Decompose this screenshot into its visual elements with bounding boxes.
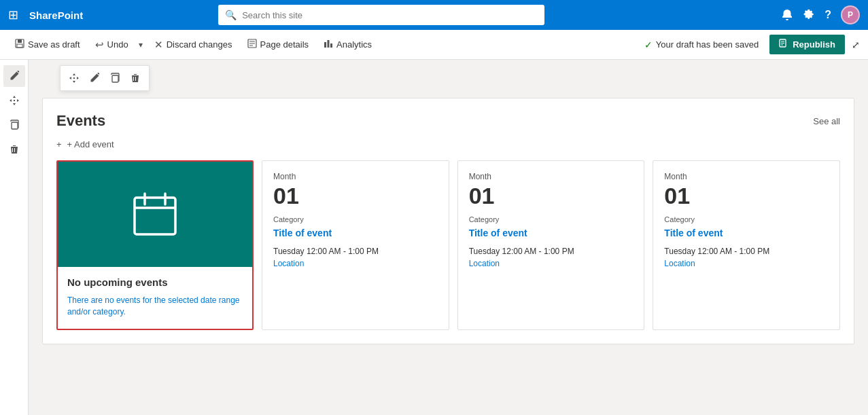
sample-event-card-3[interactable]: Month 01 Category Title of event Tuesday… [653,160,840,330]
event-time-3: Tuesday 12:00 AM - 1:00 PM [664,247,829,256]
sidebar-edit-icon[interactable] [3,65,25,87]
event-month-3: Month [664,172,829,181]
svg-rect-14 [12,122,18,129]
event-day-3: 01 [664,184,829,207]
nav-right-actions: ? P [781,5,860,24]
event-time-2: Tuesday 12:00 AM - 1:00 PM [469,247,633,256]
svg-rect-1 [18,39,22,43]
no-events-card[interactable]: No upcoming events There are no events f… [56,160,254,330]
republish-icon [779,39,788,50]
svg-rect-8 [328,40,330,48]
float-delete-button[interactable] [126,69,145,88]
add-event-button[interactable]: + + Add event [56,139,840,149]
events-header: Events See all [56,112,840,130]
settings-icon [803,9,815,21]
calendar-icon [131,191,179,238]
edit-toolbar: Save as draft ↩ Undo ▾ ✕ Discard changes… [0,30,868,60]
event-location-3: Location [664,259,829,268]
event-month-1: Month [273,172,438,181]
sidebar-delete-icon[interactable] [3,139,25,160]
float-edit-button[interactable] [85,69,104,88]
no-events-desc: There are no events for the selected dat… [67,295,243,318]
sample-event-card-1[interactable]: Month 01 Category Title of event Tuesday… [262,160,449,330]
site-brand: SharePoint [29,10,83,21]
page-details-icon [247,39,257,50]
settings-button[interactable] [803,9,815,21]
event-location-2: Location [469,259,633,268]
avatar[interactable]: P [841,5,860,24]
float-move-button[interactable] [65,69,84,88]
event-card-teal-bg [58,162,252,267]
svg-rect-7 [324,42,326,48]
undo-dropdown-button[interactable]: ▾ [135,37,146,53]
float-copy-button[interactable] [105,69,124,88]
expand-button[interactable]: ⤢ [852,39,860,50]
left-sidebar [0,60,29,415]
no-events-card-body: No upcoming events There are no events f… [58,267,252,329]
see-all-link[interactable]: See all [813,116,840,126]
event-category-3: Category [664,215,829,223]
discard-icon: ✕ [154,39,163,51]
search-icon: 🔍 [225,10,237,20]
event-title-1: Title of event [273,228,438,238]
undo-icon: ↩ [95,39,104,51]
notification-icon [781,9,793,21]
analytics-icon [324,39,333,50]
no-events-title: No upcoming events [67,276,243,288]
svg-rect-16 [135,198,175,234]
event-category-2: Category [469,215,633,223]
content-area: Events See all + + Add event [29,60,868,415]
notification-button[interactable] [781,9,793,21]
svg-rect-2 [17,44,22,48]
events-grid: No upcoming events There are no events f… [56,160,840,330]
float-toolbar [60,65,150,91]
republish-button[interactable]: Republish [769,35,845,54]
svg-rect-15 [112,75,118,82]
event-time-1: Tuesday 12:00 AM - 1:00 PM [273,247,438,256]
sidebar-move-icon[interactable] [3,90,25,111]
sidebar-copy-icon[interactable] [3,114,25,136]
page-details-button[interactable]: Page details [241,35,316,54]
help-button[interactable]: ? [824,9,831,21]
events-title: Events [56,112,105,130]
event-day-2: 01 [469,184,633,207]
top-navigation: ⊞ SharePoint 🔍 ? P [0,0,868,30]
events-section: Events See all + + Add event [42,98,854,344]
analytics-button[interactable]: Analytics [317,35,379,54]
save-as-draft-button[interactable]: Save as draft [8,35,87,54]
main-container: Events See all + + Add event [0,60,868,415]
checkmark-icon: ✓ [644,39,653,50]
waffle-menu-button[interactable]: ⊞ [8,7,18,22]
event-location-1: Location [273,259,438,268]
undo-button[interactable]: ↩ Undo [88,35,135,54]
event-day-1: 01 [273,184,438,207]
event-title-3: Title of event [664,228,829,238]
save-icon [15,39,24,50]
draft-saved-status: ✓ Your draft has been saved [644,39,759,50]
sample-event-card-2[interactable]: Month 01 Category Title of event Tuesday… [457,160,645,330]
discard-changes-button[interactable]: ✕ Discard changes [147,35,239,54]
event-category-1: Category [273,215,438,223]
event-month-2: Month [469,172,633,181]
search-bar: 🔍 [218,5,544,25]
add-event-icon: + [56,139,62,149]
undo-group: ↩ Undo ▾ [88,35,146,54]
svg-rect-9 [330,43,332,48]
search-input[interactable] [242,10,538,20]
event-title-2: Title of event [469,228,633,238]
